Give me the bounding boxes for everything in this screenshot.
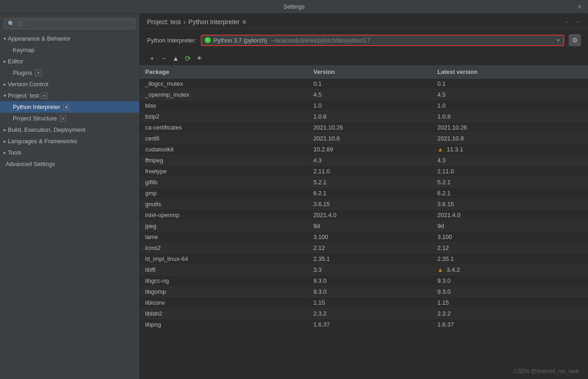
add-package-button[interactable]: +	[147, 53, 157, 63]
interpreter-dropdown[interactable]: Python 3.7 (pytorch) ~/anaconda3/envs/py…	[201, 35, 564, 46]
sidebar-icon-box: ≡	[60, 115, 66, 122]
package-version: 9.3.0	[308, 286, 432, 297]
package-latest-version: 2.12	[432, 243, 588, 254]
package-name: libgomp	[140, 286, 308, 297]
package-name: certifi	[140, 133, 308, 144]
search-input[interactable]	[17, 21, 131, 27]
table-row[interactable]: gmp6.2.16.2.1	[140, 188, 588, 199]
chevron-down-icon: ▾	[4, 93, 6, 98]
breadcrumb-page: Python Interpreter	[189, 18, 240, 26]
table-row[interactable]: cudatoolkit10.2.89▲ 11.3.1	[140, 144, 588, 155]
package-version: 2021.10.8	[308, 133, 432, 144]
table-row[interactable]: certifi2021.10.82021.10.8	[140, 133, 588, 144]
package-version: 2.3.2	[308, 308, 432, 319]
sidebar-item-editor[interactable]: ▸ Editor	[0, 56, 139, 67]
upgrade-arrow-icon: ▲	[437, 266, 445, 273]
sidebar-item-label: Build, Execution, Deployment	[8, 126, 85, 133]
sidebar-item-label: Advanced Settings	[5, 161, 55, 167]
table-row[interactable]: gnutls3.6.153.6.15	[140, 199, 588, 210]
package-latest-version: 2.11.0	[432, 166, 588, 177]
sidebar-search-box[interactable]: 🔍	[4, 18, 136, 29]
package-latest-version: 3.100	[432, 232, 588, 243]
remove-package-button[interactable]: −	[159, 53, 169, 63]
sidebar-item-advanced-settings[interactable]: Advanced Settings	[0, 158, 139, 170]
table-row[interactable]: libidn22.3.22.3.2	[140, 308, 588, 319]
package-latest-version: 2021.10.8	[432, 133, 588, 144]
sidebar-icon-box: ≡	[63, 104, 69, 110]
package-name: libgcc-ng	[140, 275, 308, 286]
up-button[interactable]: ▲	[171, 53, 181, 63]
sidebar-item-tools[interactable]: ▸ Tools	[0, 147, 139, 158]
show-button[interactable]: 👁	[194, 53, 205, 63]
column-latest: Latest version	[432, 66, 588, 78]
table-row[interactable]: libpng1.6.371.6.37	[140, 319, 588, 330]
package-version: 2021.10.26	[308, 122, 432, 133]
package-table-wrapper: Package Version Latest version _libgcc_m…	[140, 66, 588, 379]
table-row[interactable]: giflib5.2.15.2.1	[140, 177, 588, 188]
sidebar-item-plugins[interactable]: Plugins ≡	[0, 67, 139, 78]
package-latest-version: 9.3.0	[432, 275, 588, 286]
package-name: blas	[140, 100, 308, 111]
table-row[interactable]: _libgcc_mutex0.10.1	[140, 78, 588, 89]
table-row[interactable]: lame3.1003.100	[140, 232, 588, 243]
content-header: Project: test › Python Interpreter ≡ ← →	[140, 14, 588, 29]
sidebar: 🔍 ▾ Appearance & Behavior Keymap ▸ Edito…	[0, 14, 140, 379]
table-row[interactable]: jpeg9d9d	[140, 221, 588, 232]
sidebar-item-languages-frameworks[interactable]: ▸ Languages & Frameworks	[0, 135, 139, 147]
sidebar-item-keymap[interactable]: Keymap	[0, 44, 139, 56]
sidebar-icon-box: ≡	[41, 93, 47, 99]
nav-back-button[interactable]: ←	[564, 18, 571, 26]
package-name: ca-certificates	[140, 122, 308, 133]
sidebar-item-python-interpreter[interactable]: Python Interpreter ≡	[0, 101, 139, 113]
package-latest-version: 6.2.1	[432, 188, 588, 199]
package-version: 2.12	[308, 243, 432, 254]
gear-button[interactable]: ⚙	[569, 34, 581, 46]
package-version: 1.15	[308, 297, 432, 308]
title-bar: Settings ✕	[0, 0, 588, 14]
chevron-right-icon: ▸	[4, 150, 6, 155]
package-latest-version: 0.1	[432, 78, 588, 89]
table-row[interactable]: libgomp9.3.09.3.0	[140, 286, 588, 297]
package-name: _libgcc_mutex	[140, 78, 308, 89]
package-version: 1.6.37	[308, 319, 432, 330]
sidebar-item-label: Keymap	[13, 47, 35, 53]
package-version: 2.11.0	[308, 166, 432, 177]
table-row[interactable]: libiconv1.151.15	[140, 297, 588, 308]
sidebar-item-project-test[interactable]: ▾ Project: test ≡	[0, 90, 139, 101]
package-version: 1.0	[308, 100, 432, 111]
interpreter-row: Python Interpreter: Python 3.7 (pytorch)…	[140, 29, 588, 52]
table-row[interactable]: blas1.01.0	[140, 100, 588, 111]
package-latest-version: 2021.4.0	[432, 210, 588, 221]
sidebar-item-appearance[interactable]: ▾ Appearance & Behavior	[0, 33, 139, 44]
interpreter-name: Python 3.7 (pytorch)	[214, 37, 267, 44]
package-version: 3.100	[308, 232, 432, 243]
package-latest-version: 1.0	[432, 100, 588, 111]
table-row[interactable]: ca-certificates2021.10.262021.10.26	[140, 122, 588, 133]
table-row[interactable]: _openmp_mutex4.54.5	[140, 89, 588, 100]
chevron-right-icon: ▸	[4, 59, 6, 64]
sidebar-item-project-structure[interactable]: Project Structure ≡	[0, 113, 139, 124]
nav-forward-button[interactable]: →	[574, 18, 581, 26]
table-row[interactable]: intel-openmp2021.4.02021.4.0	[140, 210, 588, 221]
sidebar-item-version-control[interactable]: ▸ Version Control	[0, 78, 139, 90]
package-version: 3.6.15	[308, 199, 432, 210]
table-row[interactable]: libffi3.3▲ 3.4.2	[140, 265, 588, 275]
table-row[interactable]: libgcc-ng9.3.09.3.0	[140, 275, 588, 286]
upgrade-arrow-icon: ▲	[437, 146, 445, 153]
table-row[interactable]: freetype2.11.02.11.0	[140, 166, 588, 177]
package-version: 1.0.8	[308, 111, 432, 122]
package-name: ffmpeg	[140, 155, 308, 166]
package-latest-version: 9d	[432, 221, 588, 232]
content-area: Project: test › Python Interpreter ≡ ← →…	[140, 14, 588, 379]
close-button[interactable]: ✕	[576, 3, 583, 10]
table-row[interactable]: ld_impl_linux-642.35.12.35.1	[140, 254, 588, 265]
table-row[interactable]: ffmpeg4.34.3	[140, 155, 588, 166]
package-latest-version: 1.15	[432, 297, 588, 308]
package-version: 6.2.1	[308, 188, 432, 199]
table-row[interactable]: lcms22.122.12	[140, 243, 588, 254]
sidebar-icon-box: ≡	[35, 70, 42, 76]
package-name: jpeg	[140, 221, 308, 232]
refresh-button[interactable]: ⟳	[183, 53, 193, 63]
table-row[interactable]: bzip21.0.81.0.8	[140, 111, 588, 122]
sidebar-item-build-execution[interactable]: ▸ Build, Execution, Deployment	[0, 124, 139, 135]
